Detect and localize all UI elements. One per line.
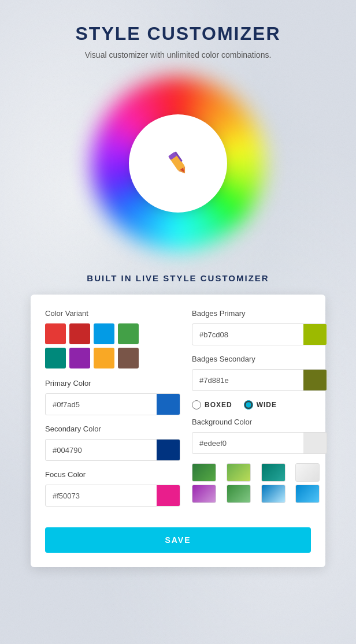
primary-color-input[interactable] (46, 396, 157, 414)
layout-wide-radio[interactable] (244, 400, 253, 410)
badges-primary-label: Badges Primary (192, 309, 327, 318)
color-variant-label: Color Variant (45, 309, 180, 318)
background-color-input[interactable] (192, 434, 303, 452)
focus-color-swatch[interactable] (157, 485, 180, 506)
badges-primary-group (192, 323, 327, 345)
page-title: Style Customizer (76, 23, 281, 44)
swatch-teal[interactable] (45, 348, 66, 368)
swatch-green[interactable] (118, 323, 139, 344)
customizer-card: Color Variant Primary Color (31, 295, 325, 567)
save-button[interactable]: SAVE (45, 527, 311, 553)
swatch-yellow[interactable] (94, 348, 114, 368)
primary-color-swatch[interactable] (157, 394, 180, 415)
swatch-dark-red[interactable] (69, 323, 90, 344)
background-images-grid (192, 463, 327, 503)
background-color-label: Background Color (192, 418, 327, 426)
primary-color-label: Primary Color (45, 379, 180, 388)
secondary-color-input[interactable] (46, 441, 157, 459)
bg-image-water[interactable] (295, 485, 320, 503)
section-title: Built In Live Style Customizer (87, 273, 269, 283)
content-wrapper: Style Customizer Visual customizer with … (12, 23, 344, 567)
badges-primary-swatch[interactable] (303, 324, 327, 345)
card-columns: Color Variant Primary Color (45, 309, 311, 516)
layout-boxed-radio[interactable] (192, 400, 201, 410)
primary-color-group (45, 393, 180, 415)
color-wheel-section (86, 71, 270, 256)
swatch-red[interactable] (45, 323, 66, 344)
focus-color-input[interactable] (46, 487, 157, 505)
page-wrapper: Style Customizer Visual customizer with … (0, 0, 356, 644)
color-swatches (45, 323, 180, 368)
bg-image-purple[interactable] (192, 485, 216, 503)
pen-icon (164, 149, 192, 178)
swatch-light-blue[interactable] (94, 323, 114, 344)
left-column: Color Variant Primary Color (45, 309, 180, 516)
focus-color-group (45, 485, 180, 507)
badges-primary-input[interactable] (192, 326, 303, 344)
secondary-color-label: Secondary Color (45, 425, 180, 433)
bg-image-sky[interactable] (261, 485, 285, 503)
swatch-brown[interactable] (118, 348, 139, 368)
layout-wide-label[interactable]: WIDE (244, 400, 277, 410)
focus-color-label: Focus Color (45, 470, 180, 479)
center-circle (129, 114, 227, 213)
bg-image-meadow[interactable] (227, 463, 251, 482)
layout-boxed-label[interactable]: BOXED (192, 400, 232, 410)
right-column: Badges Primary Badges Secondary (192, 309, 327, 516)
bg-image-light[interactable] (295, 463, 320, 482)
bg-image-nature[interactable] (227, 485, 251, 503)
swatch-purple[interactable] (69, 348, 90, 368)
page-subtitle: Visual customizer with unlimited color c… (85, 50, 272, 59)
badges-secondary-swatch[interactable] (303, 370, 327, 390)
background-color-group (192, 432, 327, 454)
background-color-swatch[interactable] (303, 433, 327, 453)
badges-secondary-group (192, 369, 327, 391)
bg-image-forest[interactable] (192, 463, 216, 482)
secondary-color-group (45, 439, 180, 461)
badges-secondary-input[interactable] (192, 371, 303, 389)
bg-image-ocean[interactable] (261, 463, 285, 482)
layout-radio-group: BOXED WIDE (192, 400, 327, 410)
secondary-color-swatch[interactable] (157, 440, 180, 460)
badges-secondary-label: Badges Secondary (192, 355, 327, 363)
